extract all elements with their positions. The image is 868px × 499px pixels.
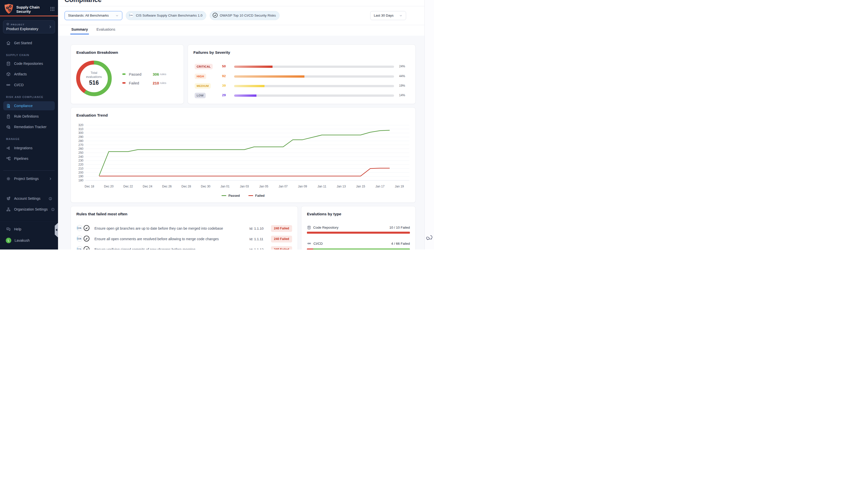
date-range-value: Last 30 Days [374,14,394,17]
project-selector[interactable]: PROJECT Product Exploratory [3,20,55,34]
svg-text:300: 300 [78,131,83,135]
rule-row[interactable]: CIS Ensure open git branches are up to d… [76,223,292,234]
evaluations-donut-chart: Total evaluations 516 [74,58,114,98]
evaluation-trend-card: Evaluation Trend 18019020021022023024025… [71,107,416,203]
sidebar-collapse-handle[interactable] [55,223,58,238]
sidebar-item-compliance[interactable]: Compliance [3,101,55,110]
svg-text:190: 190 [78,175,83,178]
sidebar-item-label: Help [14,227,21,231]
rule-id: Id: 1.1.11 [249,237,271,241]
sidebar-user[interactable]: L Lavakush [3,236,55,245]
passed-dot [122,73,126,75]
sidebar-item-account-settings[interactable]: Account Settings [3,194,55,203]
sidebar-item-label: Project Settings [14,177,39,181]
sidebar-item-help[interactable]: ? Help [3,224,55,234]
svg-text:Dec 24: Dec 24 [142,185,152,188]
svg-text:220: 220 [78,163,83,166]
sidebar-divider [3,170,55,171]
svg-text:180: 180 [78,179,83,182]
rule-id: Id: 1.1.10 [249,227,271,230]
benchmark-chip-owasp[interactable]: OWASP Top 10 CI/CD Security Risks [210,11,280,20]
main-area: Compliance Standards: All Benchmarks CIS… [58,0,424,250]
clipboard-check-icon [6,114,11,119]
card-title: Rules that failed most often [76,212,127,216]
severity-bar [234,75,394,78]
severity-badge: LOW [195,93,206,98]
owasp-logo-icon [212,13,218,19]
sidebar: Supply Chain Security PROJECT Product Ex… [0,0,58,250]
severity-percent: 44% [399,74,405,78]
severity-bar [234,85,394,87]
svg-text:210: 210 [78,167,83,170]
sidebar-item-label: CI/CD [14,83,24,87]
rule-failed-badge: 240 Failed [271,246,292,250]
failed-legend-dash [248,195,253,196]
page-title: Compliance [64,0,101,3]
sidebar-item-remediation-tracker[interactable]: Remediation Tracker [3,122,55,131]
standards-filter-select[interactable]: Standards: All Benchmarks [64,11,122,20]
type-value: 4 / 66 Failed [391,242,410,245]
chevron-right-icon [48,25,52,30]
project-cube-icon [6,23,9,26]
infinity-icon [307,241,311,246]
sidebar-item-label: Remediation Tracker [14,125,47,129]
svg-text:?: ? [7,228,8,229]
sidebar-item-organization-settings[interactable]: Organization Settings [3,205,55,214]
repository-icon [307,226,311,230]
benchmark-chip-cis[interactable]: CIS CIS Software Supply Chain Benchmarks… [126,11,206,20]
sidebar-item-label: Compliance [14,104,33,108]
card-title: Failures by Severity [194,50,230,55]
rule-row[interactable]: CIS Ensure all open comments are resolve… [76,234,292,244]
rule-name: Ensure open git branches are up to date … [95,227,249,230]
severity-row-low: LOW 29 14% [188,93,416,98]
svg-text:Jan 15: Jan 15 [356,185,365,188]
severity-badge: MEDIUM [195,83,211,89]
owasp-logo-icon [83,246,90,250]
app-switcher-grid-icon[interactable] [50,6,55,13]
standards-filter-value: Standards: All Benchmarks [68,14,109,17]
svg-text:Jan 03: Jan 03 [240,185,249,188]
cis-logo-icon: CIS [128,13,134,19]
project-eyebrow-label: PROJECT [11,23,25,26]
cis-logo-icon: CIS [76,225,83,232]
rule-failed-badge: 240 Failed [271,225,292,232]
sidebar-item-artifacts[interactable]: Artifacts [3,70,55,78]
svg-text:240: 240 [78,155,83,159]
sidebar-item-pipelines[interactable]: Pipelines [3,154,55,163]
sidebar-footer-divider [0,221,58,221]
severity-row-high: HIGH 92 44% [188,74,416,79]
svg-text:280: 280 [78,139,83,143]
svg-text:Jan 07: Jan 07 [278,185,288,188]
svg-text:270: 270 [78,143,83,147]
date-range-select[interactable]: Last 30 Days [370,11,406,20]
severity-badge: CRITICAL [195,64,213,69]
chevron-down-icon [115,14,119,17]
sidebar-item-integrations[interactable]: Integrations [3,144,55,153]
sidebar-item-label: Organization Settings [14,207,48,211]
sidebar-section-supply-chain: SUPPLY CHAIN [6,53,29,57]
chevron-right-icon [49,177,52,181]
severity-bar [234,95,394,97]
rule-row[interactable]: CIS Ensure verifying signed commits of n… [76,244,292,250]
sidebar-item-project-settings[interactable]: Project Settings [3,174,55,183]
svg-text:200: 200 [78,171,83,174]
chat-launcher-icon[interactable] [426,234,433,242]
sidebar-item-get-started[interactable]: Get Started [3,38,55,48]
org-chart-icon [6,207,11,212]
svg-text:Dec 18: Dec 18 [85,185,94,188]
sidebar-item-cicd[interactable]: CI/CD [3,81,55,89]
sidebar-item-rule-definitions[interactable]: Rule Definitions [3,112,55,121]
severity-row-critical: CRITICAL 50 24% [188,64,416,69]
project-name: Product Exploratory [6,27,52,31]
svg-text:320: 320 [78,123,83,127]
filter-bar: Standards: All Benchmarks CIS CIS Softwa… [64,6,424,25]
tab-summary[interactable]: Summary [70,25,89,34]
info-icon[interactable] [51,208,55,211]
card-title: Evalutions by type [307,212,341,216]
sidebar-item-code-repositories[interactable]: Code Repositories [3,59,55,68]
trend-legend: Passed Failed [71,194,416,197]
cube-tag-icon [6,125,11,130]
tab-evaluations[interactable]: Evaluations [96,25,116,34]
info-icon[interactable] [49,197,52,200]
breakdown-legend-passed: Passed 306 rules [122,72,166,77]
